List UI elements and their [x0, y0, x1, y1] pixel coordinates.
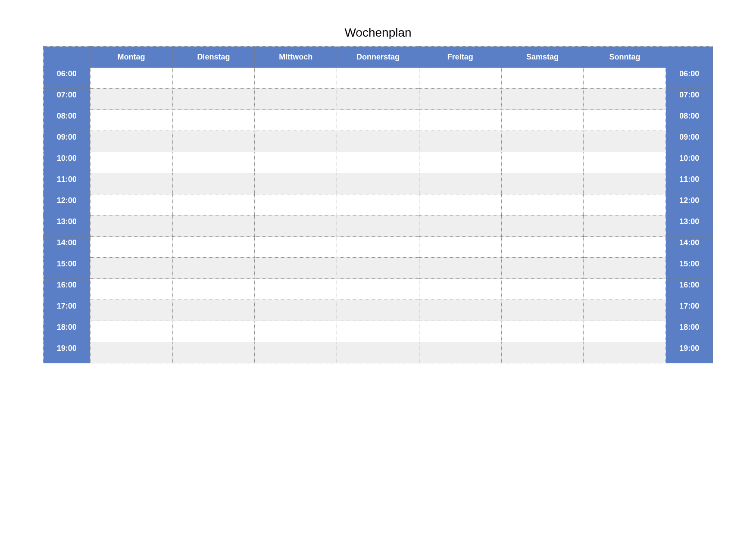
slot-cell[interactable] [419, 89, 501, 110]
slot-cell[interactable] [255, 342, 337, 363]
slot-cell[interactable] [501, 321, 584, 342]
slot-cell[interactable] [419, 215, 501, 237]
slot-cell[interactable] [172, 173, 255, 194]
slot-cell[interactable] [255, 237, 337, 258]
slot-cell[interactable] [255, 173, 337, 194]
slot-cell[interactable] [255, 89, 337, 110]
slot-cell[interactable] [584, 215, 666, 237]
slot-cell[interactable] [584, 110, 666, 131]
slot-cell[interactable] [90, 152, 172, 173]
slot-cell[interactable] [255, 194, 337, 215]
slot-cell[interactable] [90, 342, 172, 363]
slot-cell[interactable] [584, 131, 666, 152]
slot-cell[interactable] [255, 152, 337, 173]
slot-cell[interactable] [337, 152, 419, 173]
slot-cell[interactable] [337, 194, 419, 215]
slot-cell[interactable] [419, 300, 501, 321]
slot-cell[interactable] [419, 173, 501, 194]
slot-cell[interactable] [419, 279, 501, 300]
slot-cell[interactable] [172, 215, 255, 237]
slot-cell[interactable] [90, 68, 172, 89]
slot-cell[interactable] [337, 131, 419, 152]
slot-cell[interactable] [419, 152, 501, 173]
slot-cell[interactable] [255, 279, 337, 300]
slot-cell[interactable] [501, 110, 584, 131]
slot-cell[interactable] [584, 237, 666, 258]
slot-cell[interactable] [501, 258, 584, 279]
slot-cell[interactable] [90, 279, 172, 300]
slot-cell[interactable] [172, 194, 255, 215]
slot-cell[interactable] [584, 68, 666, 89]
slot-cell[interactable] [255, 258, 337, 279]
slot-cell[interactable] [90, 89, 172, 110]
slot-cell[interactable] [172, 300, 255, 321]
slot-cell[interactable] [337, 68, 419, 89]
slot-cell[interactable] [255, 321, 337, 342]
slot-cell[interactable] [584, 300, 666, 321]
slot-cell[interactable] [337, 89, 419, 110]
slot-cell[interactable] [172, 342, 255, 363]
slot-cell[interactable] [90, 321, 172, 342]
slot-cell[interactable] [337, 300, 419, 321]
slot-cell[interactable] [172, 237, 255, 258]
time-label-left: 14:00 [44, 237, 91, 258]
slot-cell[interactable] [501, 131, 584, 152]
slot-cell[interactable] [501, 152, 584, 173]
slot-cell[interactable] [90, 300, 172, 321]
slot-cell[interactable] [172, 131, 255, 152]
slot-cell[interactable] [501, 68, 584, 89]
slot-cell[interactable] [90, 215, 172, 237]
slot-cell[interactable] [90, 173, 172, 194]
slot-cell[interactable] [172, 152, 255, 173]
slot-cell[interactable] [501, 342, 584, 363]
slot-cell[interactable] [337, 342, 419, 363]
slot-cell[interactable] [255, 215, 337, 237]
slot-cell[interactable] [337, 110, 419, 131]
slot-cell[interactable] [172, 279, 255, 300]
slot-cell[interactable] [419, 110, 501, 131]
slot-cell[interactable] [337, 279, 419, 300]
slot-cell[interactable] [337, 173, 419, 194]
slot-cell[interactable] [501, 215, 584, 237]
slot-cell[interactable] [337, 215, 419, 237]
time-label-right: 18:00 [666, 321, 713, 342]
slot-cell[interactable] [419, 194, 501, 215]
slot-cell[interactable] [419, 68, 501, 89]
slot-cell[interactable] [584, 152, 666, 173]
slot-cell[interactable] [90, 131, 172, 152]
slot-cell[interactable] [90, 258, 172, 279]
slot-cell[interactable] [172, 321, 255, 342]
slot-cell[interactable] [255, 68, 337, 89]
slot-cell[interactable] [501, 300, 584, 321]
slot-cell[interactable] [172, 110, 255, 131]
slot-cell[interactable] [90, 194, 172, 215]
slot-cell[interactable] [584, 89, 666, 110]
slot-cell[interactable] [255, 131, 337, 152]
slot-cell[interactable] [419, 342, 501, 363]
slot-cell[interactable] [337, 258, 419, 279]
slot-cell[interactable] [172, 89, 255, 110]
slot-cell[interactable] [90, 110, 172, 131]
slot-cell[interactable] [172, 68, 255, 89]
slot-cell[interactable] [584, 194, 666, 215]
slot-cell[interactable] [337, 237, 419, 258]
slot-cell[interactable] [584, 321, 666, 342]
slot-cell[interactable] [419, 237, 501, 258]
slot-cell[interactable] [90, 237, 172, 258]
slot-cell[interactable] [255, 300, 337, 321]
slot-cell[interactable] [584, 279, 666, 300]
slot-cell[interactable] [501, 279, 584, 300]
slot-cell[interactable] [419, 258, 501, 279]
slot-cell[interactable] [172, 258, 255, 279]
slot-cell[interactable] [501, 89, 584, 110]
slot-cell[interactable] [419, 131, 501, 152]
slot-cell[interactable] [501, 237, 584, 258]
slot-cell[interactable] [584, 342, 666, 363]
slot-cell[interactable] [501, 173, 584, 194]
slot-cell[interactable] [419, 321, 501, 342]
slot-cell[interactable] [255, 110, 337, 131]
slot-cell[interactable] [584, 173, 666, 194]
slot-cell[interactable] [584, 258, 666, 279]
slot-cell[interactable] [501, 194, 584, 215]
slot-cell[interactable] [337, 321, 419, 342]
